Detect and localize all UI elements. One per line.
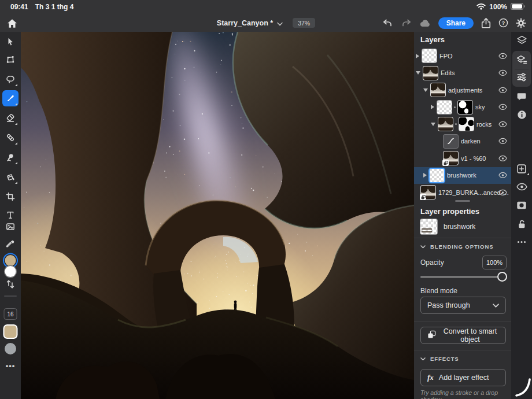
eraser-tool[interactable]	[2, 110, 19, 126]
foreground-color-chip[interactable]	[5, 255, 16, 266]
layer-row[interactable]: adjustments	[414, 82, 511, 98]
brush-color-swatch[interactable]	[5, 326, 17, 338]
zoom-level-badge[interactable]: 37%	[293, 18, 315, 28]
effects-header[interactable]: EFFECTS	[420, 356, 459, 362]
expand-chevron-icon[interactable]	[416, 54, 419, 58]
layer-visibility-toggle[interactable]	[498, 155, 507, 162]
share-button[interactable]: Share	[438, 17, 474, 29]
move-tool[interactable]	[2, 34, 19, 50]
canyon-photo	[21, 32, 414, 399]
layer-row[interactable]: FPO	[414, 47, 511, 64]
crop-tool[interactable]	[2, 189, 19, 205]
layer-thumbnail[interactable]	[438, 117, 453, 131]
layer-row[interactable]: 1729_BURKA...anced-NR33	[414, 184, 511, 201]
layer-visibility-toggle[interactable]	[498, 121, 507, 128]
layer-visibility-toggle[interactable]	[498, 189, 507, 196]
add-layer-icon[interactable]	[513, 161, 530, 177]
layer-thumbnail[interactable]	[437, 101, 452, 114]
clone-stamp-tool[interactable]	[2, 149, 19, 165]
opacity-slider-track[interactable]	[420, 276, 506, 278]
document-title-group[interactable]: Starry_Canyon * 37%	[217, 18, 315, 28]
properties-layer-row: brushwork	[420, 219, 475, 234]
layers-panel-title: Layers	[420, 35, 445, 44]
help-icon[interactable]: ?	[498, 18, 508, 28]
blend-mode-dropdown[interactable]: Pass through	[420, 297, 506, 314]
effects-hint-text: Try adding a stroke or a drop shadow.	[420, 389, 507, 399]
collapse-chevron-icon[interactable]	[416, 71, 420, 75]
brush-tool[interactable]	[2, 90, 19, 106]
export-icon[interactable]	[481, 18, 491, 28]
collapse-chevron-icon[interactable]	[423, 88, 428, 92]
fill-tool[interactable]	[2, 169, 19, 185]
properties-layer-thumbnail	[420, 219, 437, 234]
toolbar-divider	[4, 295, 17, 297]
collapse-chevron-icon[interactable]	[431, 123, 435, 126]
background-color-chip[interactable]	[5, 266, 16, 277]
layer-row[interactable]: brushwork	[414, 167, 511, 184]
layer-row[interactable]: v1 - %60	[414, 150, 511, 167]
panel-resize-handle[interactable]	[455, 200, 470, 202]
brush-size-field[interactable]: 16	[4, 308, 17, 320]
expand-chevron-icon[interactable]	[423, 173, 427, 178]
info-icon[interactable]	[513, 106, 530, 123]
layer-visibility-toggle[interactable]	[498, 138, 507, 145]
add-layer-effect-button[interactable]: fx Add layer effect	[420, 369, 506, 386]
layer-row[interactable]: sky	[414, 99, 511, 116]
layer-thumbnail[interactable]	[430, 169, 444, 182]
adjustments-icon[interactable]	[513, 69, 530, 85]
corner-gesture-indicator[interactable]	[514, 378, 531, 397]
more-options-icon[interactable]	[513, 234, 530, 250]
home-button[interactable]	[6, 17, 19, 29]
document-title: Starry_Canyon *	[217, 19, 273, 27]
eyedropper-tool[interactable]	[2, 236, 19, 252]
blend-mode-label: Blend mode	[420, 287, 457, 295]
layer-thumbnail[interactable]	[421, 186, 435, 199]
layer-thumbnail[interactable]	[423, 66, 438, 80]
opacity-value-field[interactable]: 100%	[482, 256, 507, 269]
chevron-down-icon	[493, 304, 499, 308]
transform-tool[interactable]	[2, 51, 19, 68]
layer-mask-thumbnail[interactable]	[458, 101, 472, 114]
toolbar-more-icon[interactable]: •••	[6, 361, 16, 370]
layer-mask-thumbnail[interactable]	[459, 117, 474, 131]
layer-visibility-toggle[interactable]	[498, 87, 507, 94]
convert-smart-object-button[interactable]: Convert to smart object	[420, 327, 506, 344]
healing-brush-tool[interactable]	[2, 130, 19, 146]
opacity-slider[interactable]	[420, 272, 506, 282]
settings-gear-icon[interactable]	[516, 18, 526, 28]
layers-panel: Layers FPOEditsadjustmentsskyrocksdarken…	[414, 32, 511, 399]
place-photo-tool[interactable]	[2, 219, 19, 235]
layer-row[interactable]: Edits	[414, 65, 511, 82]
properties-layer-name: brushwork	[444, 223, 475, 231]
layer-visibility-toggle[interactable]	[498, 172, 507, 179]
comments-icon[interactable]	[513, 88, 530, 105]
lasso-select-tool[interactable]	[2, 71, 19, 87]
redo-button[interactable]	[401, 19, 412, 28]
expand-chevron-icon[interactable]	[431, 105, 434, 109]
lock-icon[interactable]	[513, 216, 530, 232]
layer-row[interactable]: darken	[414, 133, 511, 150]
layer-thumbnail[interactable]	[422, 49, 437, 62]
layer-thumbnail[interactable]	[444, 152, 458, 165]
panels-rail	[511, 32, 532, 399]
document-canvas[interactable]	[21, 32, 414, 399]
app-toolbar: Starry_Canyon * 37% Share ?	[0, 14, 532, 32]
layer-properties-title: Layer properties	[420, 207, 479, 216]
layer-visibility-toggle[interactable]	[498, 69, 507, 76]
touch-shortcut-button[interactable]	[5, 343, 16, 354]
layer-properties-icon[interactable]	[513, 51, 530, 68]
layers-panel-icon[interactable]	[513, 32, 530, 48]
layer-visibility-icon[interactable]	[513, 179, 530, 195]
layer-row[interactable]: rocks	[414, 116, 511, 132]
blending-options-header[interactable]: BLENDING OPTIONS	[420, 243, 493, 250]
layer-visibility-toggle[interactable]	[498, 104, 507, 110]
undo-button[interactable]	[382, 19, 393, 28]
layer-visibility-toggle[interactable]	[498, 53, 507, 60]
layer-thumbnail[interactable]	[444, 135, 458, 148]
layer-mask-icon[interactable]	[513, 197, 530, 213]
layer-thumbnail[interactable]	[431, 83, 445, 97]
opacity-slider-knob[interactable]	[497, 272, 507, 282]
cloud-sync-icon[interactable]	[419, 19, 431, 27]
battery-percent: 100%	[489, 3, 507, 11]
swap-colors-icon[interactable]	[6, 279, 15, 291]
